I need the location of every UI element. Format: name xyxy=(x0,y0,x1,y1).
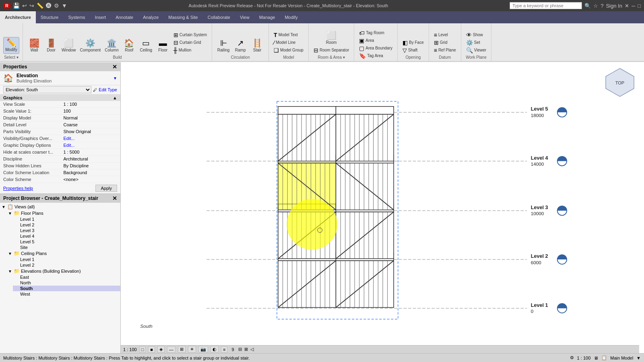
grid-btn[interactable]: ⊞ Grid xyxy=(432,39,458,46)
view-icon-collapse[interactable]: ⊞ xyxy=(244,347,248,352)
curtain-grid-btn[interactable]: ⊟ Curtain Grid xyxy=(172,39,208,46)
view-icon-sun[interactable]: ☀ xyxy=(188,346,196,353)
tree-item-cp-level1[interactable]: Level 1 xyxy=(13,257,120,262)
tree-item-fp-level1[interactable]: Level 1 xyxy=(13,216,120,222)
view-scroll-left[interactable]: ◁ xyxy=(250,347,254,352)
status-icon3[interactable]: 📋 xyxy=(601,355,607,360)
properties-help-link[interactable]: Properties help xyxy=(3,186,33,191)
tag-room-btn[interactable]: 🏷 Tag Room xyxy=(357,29,394,37)
graphic-display-edit-btn[interactable]: Edit... xyxy=(64,143,75,148)
tab-analyze[interactable]: Analyze xyxy=(138,11,163,23)
ref-plane-btn[interactable]: ≡ Ref Plane xyxy=(432,47,458,54)
set-btn[interactable]: ⚙️ Set xyxy=(464,39,488,46)
subscribe-icon[interactable]: ☆ xyxy=(593,3,598,9)
viewport[interactable]: Level 5 18000 Level 4 14000 Level 3 1000… xyxy=(121,62,644,353)
properties-close-btn[interactable]: ✕ xyxy=(112,64,117,70)
column-btn[interactable]: 🏛️ Column xyxy=(103,38,120,54)
settings-icon[interactable]: ⚙ xyxy=(54,2,59,9)
prop-val-display-model[interactable]: Normal xyxy=(60,115,121,121)
tree-item-elev-south[interactable]: South xyxy=(13,286,120,291)
tab-structure[interactable]: Structure xyxy=(36,11,64,23)
tree-item-views-all[interactable]: ▼ 📋 Views (all) xyxy=(0,204,120,210)
area-boundary-btn[interactable]: ▢ Area Boundary xyxy=(357,45,394,52)
view-detail-level[interactable]: ≡ xyxy=(221,346,227,353)
prop-val-color-scheme[interactable]: <none> xyxy=(60,176,121,183)
wall-btn[interactable]: 🧱 Wall xyxy=(26,38,42,54)
tab-collaborate[interactable]: Collaborate xyxy=(203,11,235,23)
tree-item-fp-level4[interactable]: Level 4 xyxy=(13,233,120,239)
vis-graphics-edit-btn[interactable]: Edit... xyxy=(64,136,75,141)
tree-toggle-elevations[interactable]: ▼ xyxy=(8,269,14,274)
tree-item-fp-level5[interactable]: Level 5 xyxy=(13,239,120,245)
level-btn[interactable]: ≡ Level xyxy=(432,31,458,39)
tab-insert[interactable]: Insert xyxy=(90,11,111,23)
by-face-btn[interactable]: ◧ By Face xyxy=(401,39,425,46)
close-icon[interactable]: ✕ xyxy=(625,3,629,9)
prop-val-scale-value[interactable]: 100 xyxy=(60,108,121,115)
tag-area-btn[interactable]: 🔖 Tag Area xyxy=(357,52,394,60)
sign-in-btn[interactable]: Sign In xyxy=(606,3,622,9)
tree-item-elev-west[interactable]: West xyxy=(13,291,120,297)
min-icon[interactable]: ─ xyxy=(632,3,635,9)
prop-val-color-scheme-loc[interactable]: Background xyxy=(60,169,121,176)
measure-icon[interactable]: 📏 xyxy=(37,2,43,9)
status-icon2[interactable]: 🖥 xyxy=(594,356,598,360)
tab-view[interactable]: View xyxy=(235,11,254,23)
ceiling-btn[interactable]: ▭ Ceiling xyxy=(138,38,154,54)
view-icon-thin[interactable]: — xyxy=(167,346,175,353)
tree-item-elev-east[interactable]: East xyxy=(13,274,120,280)
apply-btn[interactable]: Apply xyxy=(95,185,117,192)
model-text-btn[interactable]: T Model Text xyxy=(272,31,305,39)
status-icon1[interactable]: ⚙ xyxy=(570,355,574,360)
tree-toggle-ceiling[interactable]: ▼ xyxy=(8,251,14,256)
tree-item-fp-site[interactable]: Site xyxy=(13,245,120,250)
prop-val-hide-scales[interactable]: 1 : 5000 xyxy=(60,149,121,156)
view-icon-render[interactable]: ◈ xyxy=(157,346,165,353)
area-btn[interactable]: ▣ Area xyxy=(357,37,394,44)
tree-toggle-views[interactable]: ▼ xyxy=(2,205,7,209)
prop-val-discipline[interactable]: Architectural xyxy=(60,156,121,162)
ramp-btn[interactable]: ↗ Ramp xyxy=(232,38,248,54)
curtain-system-btn[interactable]: ⊞ Curtain System xyxy=(172,31,208,39)
tab-manage[interactable]: Manage xyxy=(254,11,280,23)
tree-item-cp-level2[interactable]: Level 2 xyxy=(13,262,120,268)
dropdown-icon[interactable]: ▼ xyxy=(62,2,67,9)
save-icon[interactable]: 💾 xyxy=(13,2,20,9)
viewer-btn[interactable]: 🔍 Viewer xyxy=(464,47,488,54)
tree-item-fp-level3[interactable]: Level 3 xyxy=(13,228,120,233)
tree-item-elevations[interactable]: ▼ 📁 Elevations (Building Elevation) xyxy=(6,268,120,274)
search-btn[interactable]: 🔍 xyxy=(584,3,591,9)
tree-item-ceiling-plans[interactable]: ▼ 📁 Ceiling Plans xyxy=(6,250,120,257)
room-sep-btn[interactable]: ⊟ Room Separator xyxy=(312,47,351,54)
revit-logo[interactable]: R xyxy=(3,3,10,8)
railing-btn[interactable]: ⊩ Railing xyxy=(215,38,231,54)
window-btn[interactable]: ⬜ Window xyxy=(60,38,78,54)
model-line-btn[interactable]: ⁄ Model Line xyxy=(272,39,305,46)
elevation-selector[interactable]: Elevation: South xyxy=(3,86,91,93)
room-btn[interactable]: ⬜ Room xyxy=(312,30,351,46)
tab-systems[interactable]: Systems xyxy=(63,11,90,23)
view-icon-camera[interactable]: 📷 xyxy=(198,346,208,353)
prop-val-parts-visibility[interactable]: Show Original xyxy=(60,128,121,135)
max-icon[interactable]: □ xyxy=(638,3,641,9)
prop-dropdown-icon[interactable]: ▼ xyxy=(113,76,117,80)
browser-close-btn[interactable]: ✕ xyxy=(112,195,117,202)
floor-btn[interactable]: ▬ Floor xyxy=(155,38,171,54)
model-group-btn[interactable]: ❑ Model Group xyxy=(272,47,305,54)
view-icon-shaded[interactable]: ■ xyxy=(148,346,155,353)
tab-modify[interactable]: Modify xyxy=(280,11,302,23)
nav-cube[interactable]: TOP xyxy=(604,66,636,99)
prop-val-view-scale[interactable]: 1 : 100 xyxy=(60,101,121,108)
component-btn[interactable]: ⚙️ Component xyxy=(78,38,103,54)
shaft-btn[interactable]: ▽ Shaft xyxy=(401,47,425,54)
tab-annotate[interactable]: Annotate xyxy=(111,11,138,23)
annotate-icon[interactable]: 🅐 xyxy=(46,2,52,9)
prop-val-detail-level[interactable]: Coarse xyxy=(60,121,121,128)
prop-val-show-hidden[interactable]: By Discipline xyxy=(60,162,121,169)
view-icon-crop[interactable]: ⊞ xyxy=(178,346,186,353)
help-icon[interactable]: ? xyxy=(601,3,603,9)
tree-toggle-floor-plans[interactable]: ▼ xyxy=(8,211,14,216)
stair-btn[interactable]: 🪜 Stair xyxy=(249,38,265,54)
edit-type-icon[interactable]: 🖊 xyxy=(93,88,97,92)
graphics-collapse-icon[interactable]: ▲ xyxy=(113,95,117,100)
